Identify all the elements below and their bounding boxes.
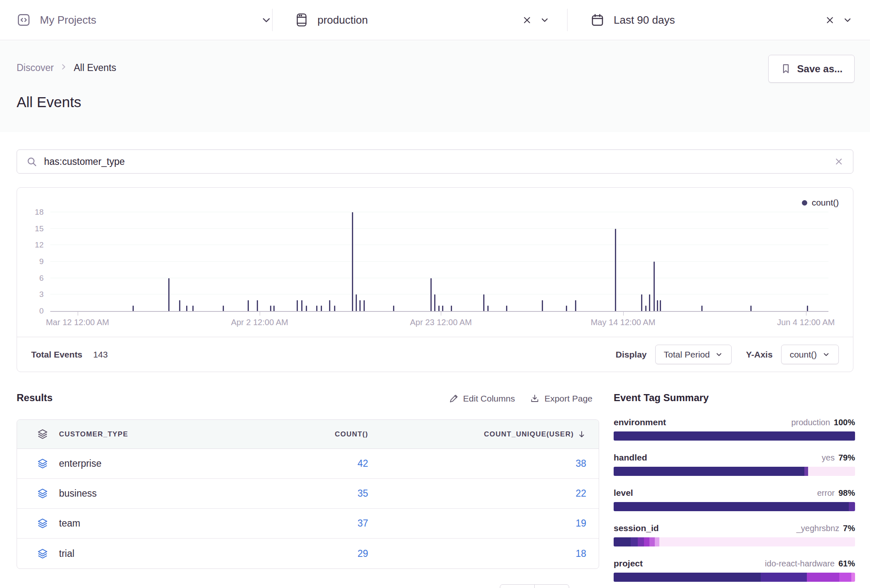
tag-bar-segment[interactable] [851, 573, 855, 582]
tag-bar-segment[interactable] [659, 537, 855, 546]
chart-bar [168, 278, 170, 311]
tag-bar-segment[interactable] [655, 537, 660, 546]
chart-legend: count() [802, 198, 839, 208]
date-chevron-down-icon[interactable] [843, 15, 853, 25]
column-header-count[interactable]: COUNT() [285, 430, 368, 439]
table-row[interactable]: enterprise4238 [17, 449, 599, 479]
y-axis-tick-label: 18 [20, 208, 44, 217]
chart-bar [750, 306, 752, 311]
display-dropdown-value: Total Period [664, 350, 710, 360]
chart-gridline [50, 261, 828, 262]
legend-series-dot [802, 200, 807, 206]
chart-gridline [50, 212, 828, 212]
chart-bar [179, 300, 180, 311]
edit-columns-button[interactable]: Edit Columns [449, 394, 515, 404]
chart-bar [257, 300, 258, 311]
export-page-label: Export Page [544, 394, 592, 404]
tag-bar-segment[interactable] [631, 537, 638, 546]
x-axis-tick-label: Apr 23 12:00 AM [410, 318, 472, 327]
count-unique-value-link[interactable]: 18 [368, 548, 599, 559]
tag-bar-segment[interactable] [614, 537, 631, 546]
tag-bar-segment[interactable] [614, 573, 761, 582]
chart-bar [701, 306, 703, 311]
next-page-button[interactable] [534, 584, 569, 588]
chart-bar [430, 278, 432, 311]
environment-chevron-down-icon[interactable] [540, 15, 550, 25]
tag-value: production [791, 418, 830, 427]
edit-columns-label: Edit Columns [463, 394, 515, 404]
tag-bar-segment[interactable] [808, 467, 855, 476]
save-as-label: Save as... [797, 63, 843, 75]
environment-clear-x-icon[interactable] [522, 15, 532, 25]
tag-bar-segment[interactable] [638, 537, 644, 546]
breadcrumb-discover-link[interactable]: Discover [17, 62, 54, 74]
table-row[interactable]: business3522 [17, 479, 599, 509]
display-label: Display [616, 350, 647, 360]
sort-descending-arrow-icon [577, 430, 586, 439]
tag-percentage: 61% [838, 559, 855, 568]
date-range-filter[interactable]: Last 90 days [568, 0, 870, 40]
tag-distribution-bar[interactable] [614, 431, 855, 441]
count-value-link[interactable]: 29 [285, 548, 368, 559]
customer-type-value: enterprise [59, 458, 101, 469]
count-unique-value-link[interactable]: 19 [368, 518, 599, 529]
tag-distribution-bar[interactable] [614, 467, 855, 476]
x-axis-tick-mark [260, 312, 260, 316]
tag-bar-segment[interactable] [614, 467, 804, 476]
tag-summary-row-header: handledyes79% [614, 453, 855, 463]
search-bar[interactable] [17, 149, 853, 174]
tag-bar-segment[interactable] [761, 573, 806, 582]
chart-plot[interactable]: 0369121518Mar 12 12:00 AMApr 2 12:00 AMA… [50, 212, 828, 311]
tag-distribution-bar[interactable] [614, 573, 855, 582]
table-row[interactable]: team3719 [17, 509, 599, 539]
date-clear-x-icon[interactable] [825, 15, 835, 25]
tag-bar-segment[interactable] [614, 502, 849, 511]
count-value-link[interactable]: 37 [285, 518, 368, 529]
tag-bar-segment[interactable] [644, 537, 649, 546]
yaxis-label: Y-Axis [746, 350, 772, 360]
search-input[interactable] [44, 156, 834, 167]
tag-distribution-bar[interactable] [614, 537, 855, 546]
column-header-count-unique-user[interactable]: COUNT_UNIQUE(USER) [368, 430, 599, 439]
project-filter-chevron-down-icon[interactable] [261, 14, 272, 26]
tag-top-value: error98% [817, 488, 855, 498]
chart-bar [316, 306, 317, 311]
customer-type-cell: enterprise [17, 458, 285, 469]
stack-icon [37, 458, 48, 469]
chart-bar [807, 306, 808, 311]
chart-bar [356, 294, 357, 311]
chart-bar [649, 294, 650, 311]
count-unique-value-link[interactable]: 38 [368, 458, 599, 469]
export-page-button[interactable]: Export Page [530, 394, 592, 404]
tag-bar-segment[interactable] [807, 573, 839, 582]
window-icon [295, 13, 308, 27]
tag-name: handled [614, 453, 647, 463]
count-value-link[interactable]: 42 [285, 458, 368, 469]
page-title: All Events [17, 94, 81, 110]
tag-bar-segment[interactable] [649, 537, 655, 546]
pagination [500, 584, 569, 588]
count-unique-value-link[interactable]: 22 [368, 488, 599, 499]
tag-bar-segment[interactable] [804, 467, 808, 476]
environment-filter[interactable]: production [273, 0, 567, 40]
tag-top-value: ido-react-hardware61% [765, 559, 855, 568]
display-dropdown[interactable]: Total Period [655, 345, 732, 364]
customer-type-value: trial [59, 548, 74, 559]
tag-bar-segment[interactable] [849, 502, 855, 511]
tag-distribution-bar[interactable] [614, 502, 855, 511]
column-header-customer-type[interactable]: CUSTOMER_TYPE [17, 429, 285, 440]
chart-bar [654, 262, 655, 311]
previous-page-button[interactable] [500, 584, 535, 588]
tag-bar-segment[interactable] [614, 431, 855, 441]
customer-type-value: business [59, 488, 97, 499]
search-clear-x-icon[interactable] [834, 157, 844, 167]
tag-value: _yeghrsbnz [796, 524, 839, 533]
tag-bar-segment[interactable] [839, 573, 851, 582]
stack-icon [37, 488, 48, 499]
count-value-link[interactable]: 35 [285, 488, 368, 499]
project-filter[interactable]: My Projects [17, 0, 272, 40]
chart-bar [566, 306, 567, 311]
save-as-button[interactable]: Save as... [768, 55, 855, 83]
table-row[interactable]: trial2918 [17, 539, 599, 568]
yaxis-dropdown[interactable]: count() [781, 345, 839, 364]
